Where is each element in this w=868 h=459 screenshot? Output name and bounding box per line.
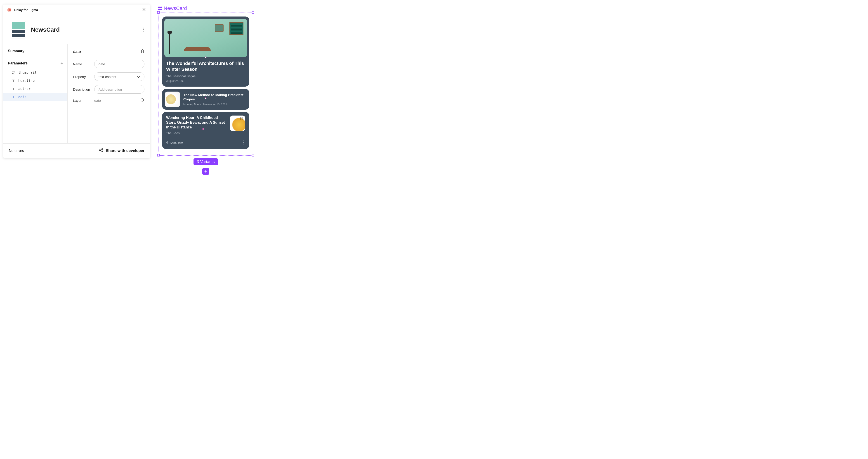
svg-point-4 bbox=[102, 149, 103, 149]
plugin-header: Relay for Figma bbox=[3, 4, 150, 16]
close-icon[interactable] bbox=[142, 8, 146, 12]
param-label: headline bbox=[18, 79, 35, 83]
chevron-down-icon bbox=[137, 75, 140, 79]
param-item-thumbnail[interactable]: thumbnail bbox=[3, 68, 67, 76]
sidebar-summary[interactable]: Summary bbox=[3, 49, 67, 55]
card-author: The Bees bbox=[166, 131, 227, 135]
news-card-audio[interactable]: Wondering Hour: A Childhood Story, Grizz… bbox=[162, 112, 249, 149]
share-label: Share with developer bbox=[106, 149, 145, 153]
card-thumbnail bbox=[230, 116, 245, 131]
param-item-author[interactable]: author bbox=[3, 85, 67, 93]
card-author: The Seasonal Sagas bbox=[166, 74, 245, 78]
text-icon bbox=[11, 87, 15, 91]
card-headline: Wondering Hour: A Childhood Story, Grizz… bbox=[166, 116, 227, 129]
field-description-label: Description bbox=[73, 88, 94, 91]
name-input[interactable]: date bbox=[94, 60, 145, 68]
delete-icon[interactable] bbox=[141, 49, 145, 54]
resize-handle[interactable] bbox=[252, 11, 254, 13]
anchor-dot-icon bbox=[202, 128, 204, 130]
share-button[interactable]: Share with developer bbox=[99, 148, 145, 153]
card-date: August 25, 2021 bbox=[166, 79, 245, 83]
property-select[interactable]: text-content bbox=[94, 72, 145, 81]
text-icon bbox=[11, 79, 15, 83]
field-layer-label: Layer bbox=[73, 99, 94, 102]
anchor-dot-icon bbox=[205, 57, 207, 58]
param-item-headline[interactable]: headline bbox=[3, 76, 67, 85]
add-parameter-icon[interactable]: + bbox=[60, 60, 63, 66]
param-label: thumbnail bbox=[18, 70, 37, 74]
canvas-component-label[interactable]: NewsCard bbox=[158, 5, 253, 11]
svg-point-3 bbox=[99, 150, 100, 151]
svg-point-1 bbox=[12, 72, 13, 72]
target-icon[interactable] bbox=[140, 98, 145, 103]
plugin-title: Relay for Figma bbox=[14, 8, 142, 12]
svg-point-2 bbox=[141, 99, 144, 101]
more-menu-icon[interactable] bbox=[142, 27, 145, 33]
plugin-panel: Relay for Figma NewsCard Summary Paramet… bbox=[3, 4, 150, 158]
card-date: November 10, 2021 bbox=[203, 103, 227, 106]
field-property-label: Property bbox=[73, 75, 94, 79]
text-icon bbox=[11, 95, 15, 99]
field-property-row: Property text-content bbox=[73, 72, 145, 81]
add-variant-button[interactable]: + bbox=[202, 168, 209, 175]
news-card-hero[interactable]: The Wonderful Architectures of This Wint… bbox=[162, 17, 249, 87]
selection-frame[interactable]: The Wonderful Architectures of This Wint… bbox=[158, 12, 253, 156]
card-author: Morning Break bbox=[183, 103, 201, 106]
description-input[interactable]: Add description bbox=[94, 85, 145, 94]
field-description-row: Description Add description bbox=[73, 85, 145, 94]
sidebar-parameters-header: Parameters + bbox=[3, 60, 67, 68]
plugin-footer: No errors Share with developer bbox=[3, 143, 150, 158]
card-headline: The New Method to Making Breakfast Crepe… bbox=[183, 93, 247, 101]
field-layer-row: Layer date bbox=[73, 98, 145, 103]
resize-handle[interactable] bbox=[252, 154, 254, 156]
canvas-area: NewsCard The Wonderful Architectures of … bbox=[158, 5, 253, 156]
layer-value: date bbox=[94, 99, 101, 102]
detail-header: date bbox=[73, 49, 145, 54]
sidebar: Summary Parameters + thumbnail headline … bbox=[3, 44, 68, 143]
param-label: author bbox=[18, 87, 31, 91]
field-name-row: Name date bbox=[73, 60, 145, 68]
card-thumbnail bbox=[164, 19, 247, 57]
component-header: NewsCard bbox=[3, 16, 150, 44]
card-thumbnail bbox=[165, 92, 180, 107]
image-icon bbox=[11, 71, 15, 74]
detail-pane: date Name date Property text-content Des… bbox=[68, 44, 150, 143]
card-headline: The Wonderful Architectures of This Wint… bbox=[166, 60, 245, 72]
component-name: NewsCard bbox=[31, 26, 142, 33]
error-status: No errors bbox=[9, 149, 24, 153]
parameters-label: Parameters bbox=[8, 61, 28, 65]
card-more-icon[interactable] bbox=[243, 140, 245, 145]
plugin-body: Summary Parameters + thumbnail headline … bbox=[3, 44, 150, 143]
card-date: 4 hours ago bbox=[166, 141, 183, 144]
relay-logo-icon bbox=[7, 8, 12, 11]
variants-badge: 3 Variants bbox=[193, 158, 218, 165]
share-icon bbox=[99, 148, 103, 153]
component-thumbnail bbox=[11, 21, 26, 38]
field-name-label: Name bbox=[73, 62, 94, 66]
news-card-row[interactable]: The New Method to Making Breakfast Crepe… bbox=[162, 89, 249, 110]
resize-handle[interactable] bbox=[157, 154, 160, 156]
param-item-date[interactable]: date bbox=[3, 93, 67, 101]
detail-title: date bbox=[73, 49, 81, 54]
component-set-icon bbox=[158, 6, 162, 10]
anchor-dot-icon bbox=[205, 97, 207, 99]
param-label: date bbox=[18, 95, 26, 99]
resize-handle[interactable] bbox=[157, 11, 160, 13]
svg-point-5 bbox=[102, 151, 103, 152]
